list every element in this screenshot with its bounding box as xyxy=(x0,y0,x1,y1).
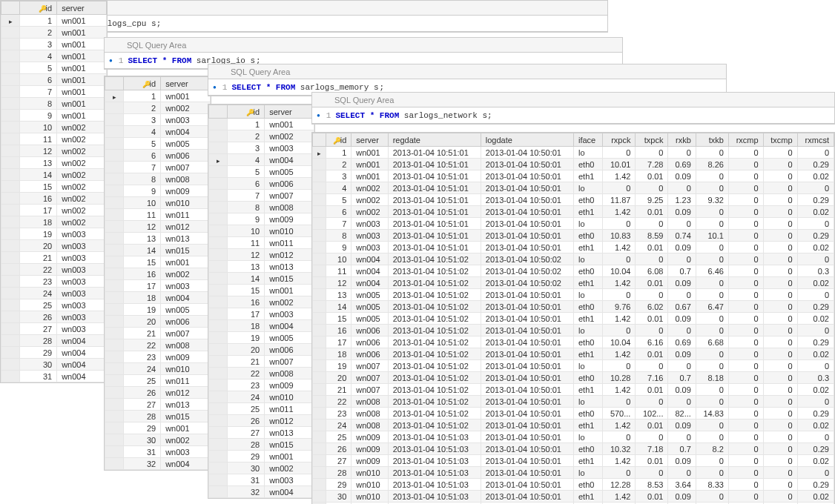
table-row[interactable]: 4wn004 xyxy=(209,154,314,166)
table-row[interactable]: 28wn004 xyxy=(1,335,107,347)
table-row[interactable]: 27wn003 xyxy=(1,323,107,335)
table-row[interactable]: 19wn0072013-01-04 10:51:022013-01-04 10:… xyxy=(313,360,834,372)
table-row[interactable]: 6wn006 xyxy=(209,178,314,190)
table-row[interactable]: 20wn0072013-01-04 10:51:022013-01-04 10:… xyxy=(313,372,834,384)
table-row[interactable]: 16wn002 xyxy=(209,296,314,308)
table-row[interactable]: 30wn002 xyxy=(105,434,211,446)
result-grid-io[interactable]: 🔑id server 1wn0012wn0023wn0034wn0045wn00… xyxy=(105,76,211,470)
table-row[interactable]: 13wn013 xyxy=(105,233,211,245)
table-row[interactable]: 12wn0042013-01-04 10:51:022013-01-04 10:… xyxy=(313,277,834,289)
table-row[interactable]: 23wn009 xyxy=(105,351,211,363)
table-row[interactable]: 13wn002 xyxy=(1,157,107,169)
table-row[interactable]: 9wn001 xyxy=(1,110,107,122)
table-row[interactable]: 17wn0062013-01-04 10:51:022013-01-04 10:… xyxy=(313,336,834,348)
table-row[interactable]: 9wn0032013-01-04 10:51:012013-01-04 10:5… xyxy=(313,242,834,253)
table-row[interactable]: 12wn012 xyxy=(105,221,211,233)
table-row[interactable]: 28wn0102013-01-04 10:51:032013-01-04 10:… xyxy=(313,467,834,479)
table-row[interactable]: 2wn0012013-01-04 10:51:012013-01-04 10:5… xyxy=(313,159,834,170)
table-row[interactable]: 29wn001 xyxy=(105,422,211,434)
table-row[interactable]: 20wn003 xyxy=(1,240,107,252)
table-row[interactable]: 30wn004 xyxy=(1,359,107,371)
result-grid-memory[interactable]: 🔑id server 1wn0012wn0023wn0034wn0045wn00… xyxy=(208,105,314,498)
table-row[interactable]: 21wn007 xyxy=(209,356,314,368)
table-row[interactable]: 3wn0012013-01-04 10:51:012013-01-04 10:5… xyxy=(313,170,834,182)
table-row[interactable]: 11wn0042013-01-04 10:51:022013-01-04 10:… xyxy=(313,265,834,277)
table-row[interactable]: 23wn009 xyxy=(209,379,314,391)
table-row[interactable]: 7wn001 xyxy=(1,86,107,98)
table-row[interactable]: 12wn012 xyxy=(209,249,314,261)
table-row[interactable]: 23wn003 xyxy=(1,276,107,288)
table-row[interactable]: 27wn013 xyxy=(209,427,314,439)
table-row[interactable]: 9wn009 xyxy=(105,185,211,197)
table-row[interactable]: 31wn004 xyxy=(1,371,107,382)
table-row[interactable]: 19wn005 xyxy=(105,304,211,316)
table-row[interactable]: 17wn002 xyxy=(1,205,107,216)
table-row[interactable]: 1wn001 xyxy=(105,90,211,102)
table-row[interactable]: 25wn0092013-01-04 10:51:032013-01-04 10:… xyxy=(313,431,834,443)
table-row[interactable]: 20wn006 xyxy=(209,344,314,356)
table-row[interactable]: 18wn0062013-01-04 10:51:022013-01-04 10:… xyxy=(313,348,834,360)
table-row[interactable]: 17wn003 xyxy=(105,280,211,292)
table-row[interactable]: 10wn002 xyxy=(1,122,107,133)
table-row[interactable]: 13wn0052013-01-04 10:51:022013-01-04 10:… xyxy=(313,289,834,301)
table-row[interactable]: 21wn0072013-01-04 10:51:022013-01-04 10:… xyxy=(313,384,834,396)
tab-sql-query-area[interactable]: SQL Query Area xyxy=(327,94,401,106)
result-grid-cpu[interactable]: 🔑id server 1wn0012wn0013wn0014wn0015wn00… xyxy=(1,1,107,382)
table-row[interactable]: 14wn0052013-01-04 10:51:022013-01-04 10:… xyxy=(313,301,834,313)
table-row[interactable]: 10wn0042013-01-04 10:51:022013-01-04 10:… xyxy=(313,253,834,265)
table-row[interactable]: 2wn001 xyxy=(1,27,107,39)
table-row[interactable]: 29wn001 xyxy=(209,451,314,462)
table-row[interactable]: 5wn005 xyxy=(105,138,211,150)
table-row[interactable]: 9wn009 xyxy=(209,213,314,225)
table-row[interactable]: 27wn013 xyxy=(105,399,211,411)
table-row[interactable]: 15wn002 xyxy=(1,181,107,193)
table-row[interactable]: 21wn003 xyxy=(1,252,107,264)
table-row[interactable]: 20wn006 xyxy=(105,316,211,328)
table-row[interactable]: 24wn0082013-01-04 10:51:022013-01-04 10:… xyxy=(313,420,834,431)
table-row[interactable]: 3wn003 xyxy=(105,114,211,126)
table-row[interactable]: 2wn002 xyxy=(209,130,314,142)
table-row[interactable]: 3wn003 xyxy=(209,142,314,154)
table-row[interactable]: 11wn011 xyxy=(105,209,211,221)
table-row[interactable]: 3wn001 xyxy=(1,39,107,50)
table-row[interactable]: 30wn002 xyxy=(209,462,314,474)
table-row[interactable]: 7wn0032013-01-04 10:51:012013-01-04 10:5… xyxy=(313,218,834,230)
tab-sql-query-area[interactable]: SQL Query Area xyxy=(223,66,297,78)
table-row[interactable]: 1wn0012013-01-04 10:51:012013-01-04 10:5… xyxy=(313,147,834,159)
table-row[interactable]: 25wn011 xyxy=(105,375,211,387)
table-row[interactable]: 8wn001 xyxy=(1,98,107,110)
table-row[interactable]: 32wn004 xyxy=(209,486,314,498)
table-row[interactable]: 11wn011 xyxy=(209,237,314,249)
table-row[interactable]: 17wn003 xyxy=(209,308,314,320)
table-row[interactable]: 25wn011 xyxy=(209,403,314,415)
table-row[interactable]: 6wn0022013-01-04 10:51:012013-01-04 10:5… xyxy=(313,206,834,218)
table-row[interactable]: 29wn004 xyxy=(1,347,107,359)
table-row[interactable]: 22wn003 xyxy=(1,264,107,276)
table-row[interactable]: 23wn0082013-01-04 10:51:022013-01-04 10:… xyxy=(313,408,834,420)
table-row[interactable]: 22wn008 xyxy=(209,368,314,379)
table-row[interactable]: 1wn001 xyxy=(209,119,314,130)
table-row[interactable]: 25wn003 xyxy=(1,299,107,311)
table-row[interactable]: 30wn0102013-01-04 10:51:032013-01-04 10:… xyxy=(313,491,834,503)
table-row[interactable]: 5wn001 xyxy=(1,62,107,74)
table-row[interactable]: 26wn012 xyxy=(209,415,314,427)
table-row[interactable]: 28wn015 xyxy=(105,411,211,422)
table-row[interactable]: 8wn008 xyxy=(209,202,314,213)
table-row[interactable]: 22wn0082013-01-04 10:51:022013-01-04 10:… xyxy=(313,396,834,408)
table-row[interactable]: 15wn001 xyxy=(105,256,211,268)
table-row[interactable]: 21wn007 xyxy=(105,328,211,339)
table-row[interactable]: 22wn008 xyxy=(105,339,211,351)
table-row[interactable]: 18wn004 xyxy=(209,320,314,332)
table-row[interactable]: 8wn008 xyxy=(105,173,211,185)
table-row[interactable]: 14wn015 xyxy=(105,245,211,256)
table-row[interactable]: 16wn002 xyxy=(1,193,107,205)
table-row[interactable]: 26wn003 xyxy=(1,311,107,323)
table-row[interactable]: 19wn003 xyxy=(1,228,107,240)
result-grid-network[interactable]: 🔑id server regdate logdate iface rxpck t… xyxy=(312,133,834,504)
table-row[interactable]: 1wn001 xyxy=(1,15,107,27)
table-row[interactable]: 26wn012 xyxy=(105,387,211,399)
table-row[interactable]: 5wn005 xyxy=(209,166,314,178)
table-row[interactable]: 29wn0102013-01-04 10:51:032013-01-04 10:… xyxy=(313,479,834,491)
table-row[interactable]: 15wn0052013-01-04 10:51:022013-01-04 10:… xyxy=(313,313,834,325)
table-row[interactable]: 24wn010 xyxy=(209,391,314,403)
